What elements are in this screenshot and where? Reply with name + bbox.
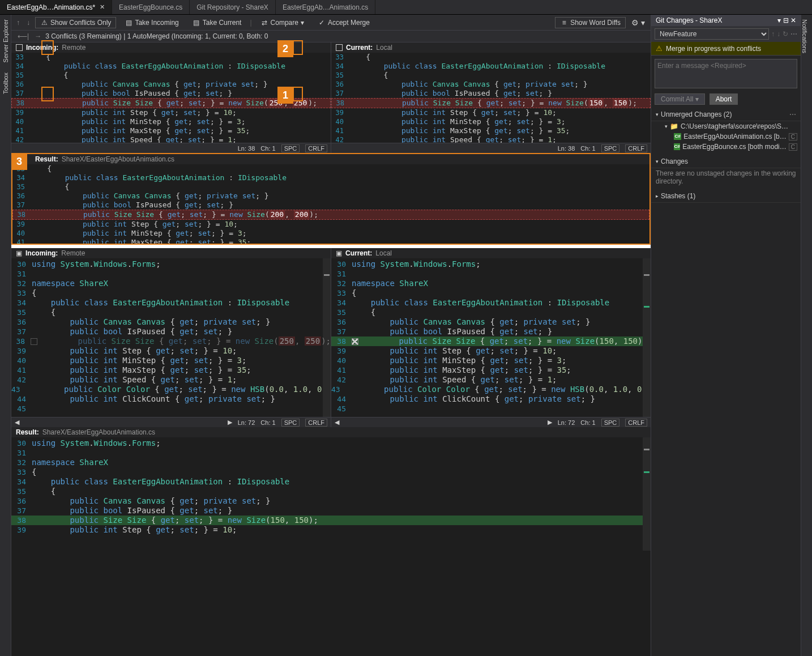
conflict-status-line: ⟵| → 3 Conflicts (3 Remaining) | 1 AutoM…	[11, 31, 651, 42]
stashes-section[interactable]: Stashes (1)	[661, 192, 695, 200]
result-pane: 3 Result: ShareX/EasterEggAboutAnimation…	[11, 153, 651, 245]
side-tab-server-explorer[interactable]: Server Explorer	[2, 19, 9, 62]
editor-tab[interactable]: Git Repository - ShareX	[190, 0, 276, 14]
side-tab-toolbox[interactable]: Toolbox	[2, 73, 9, 94]
show-word-diffs-button[interactable]: ≡Show Word Diffs	[555, 17, 626, 28]
right-side-tabs: Notifications	[801, 15, 812, 656]
file-icon: ▣	[16, 249, 22, 257]
nav-down-icon[interactable]: ↓	[25, 19, 32, 27]
take-incoming-button[interactable]: ▤Take Incoming	[119, 17, 183, 28]
history-back-icon[interactable]: ⟵|	[16, 32, 31, 40]
merge-toolbar: ↑ ↓ ⚠Show Conflicts Only ▤Take Incoming …	[11, 15, 651, 31]
editor-tab[interactable]: EasterEggBounce.cs	[112, 0, 190, 14]
editor-tab[interactable]: EasterEggAb…Animation.cs	[276, 0, 375, 14]
more-icon[interactable]: ⋯	[789, 110, 796, 118]
callout-2: 2	[277, 40, 293, 57]
folder-icon: 📁	[670, 122, 678, 130]
left-side-tabs: Server Explorer Toolbox	[0, 15, 11, 656]
callout-3: 3	[11, 153, 27, 170]
close-icon[interactable]: ✕	[100, 3, 105, 11]
pin-icon[interactable]: ▾ ⊟ ✕	[777, 16, 796, 24]
gear-icon[interactable]: ⚙ ▾	[629, 18, 647, 27]
csharp-file-icon: C#	[674, 133, 681, 140]
accept-merge-button[interactable]: ✓Accept Merge	[313, 17, 375, 28]
unmerged-changes-section[interactable]: Unmerged Changes (2)	[661, 110, 732, 118]
editor-tab-bar: EasterEggAb…Animation.cs*✕EasterEggBounc…	[0, 0, 812, 15]
history-fwd-icon[interactable]: →	[33, 32, 43, 40]
commit-message-input[interactable]	[655, 59, 797, 88]
branch-select[interactable]: NewFeature	[655, 28, 769, 40]
side-tab-notifications[interactable]: Notifications	[801, 15, 808, 53]
bottom-incoming-pane: ▣ Incoming: Remote 30using System.Window…	[11, 248, 331, 427]
git-panel-title: Git Changes - ShareX	[656, 16, 722, 24]
fetch-icon[interactable]: ↻	[783, 30, 788, 38]
editor-tab[interactable]: EasterEggAb…Animation.cs*✕	[0, 0, 112, 14]
git-changes-panel: Git Changes - ShareX ▾ ⊟ ✕ NewFeature ↑ …	[651, 15, 801, 656]
sync-down-icon[interactable]: ↓	[777, 30, 780, 38]
file-item[interactable]: C#EasterEggBounce.cs [both modi…C	[661, 142, 801, 152]
current-checkbox[interactable]	[336, 44, 343, 51]
current-pane: Current: Local 33 {34 public class Easte…	[331, 42, 651, 153]
abort-button[interactable]: Abort	[710, 93, 738, 105]
file-item[interactable]: C#EasterEggAboutAnimation.cs [b…C	[661, 131, 801, 142]
bottom-current-pane: ▣ Current: Local 30using System.Windows.…	[331, 248, 651, 427]
changes-section[interactable]: Changes	[661, 157, 688, 165]
more-icon[interactable]: ⋯	[790, 30, 797, 38]
nav-up-icon[interactable]: ↑	[15, 19, 22, 27]
callout-1: 1	[277, 87, 293, 104]
sync-up-icon[interactable]: ↑	[771, 30, 775, 38]
csharp-file-icon: C#	[674, 143, 680, 150]
file-icon: ▣	[336, 249, 342, 257]
take-current-button[interactable]: ▤Take Current	[187, 17, 247, 28]
commit-all-button[interactable]: Commit All ▾	[655, 93, 705, 105]
bottom-result-pane: Result: ShareX/EasterEggAboutAnimation.c…	[11, 427, 651, 551]
incoming-checkbox[interactable]	[16, 44, 23, 51]
changes-empty-text: There are no unstaged changes in the wor…	[651, 168, 801, 186]
compare-button[interactable]: ⇄Compare ▾	[255, 17, 309, 28]
show-conflicts-only-button[interactable]: ⚠Show Conflicts Only	[35, 17, 116, 28]
warning-icon: ⚠	[656, 44, 663, 53]
